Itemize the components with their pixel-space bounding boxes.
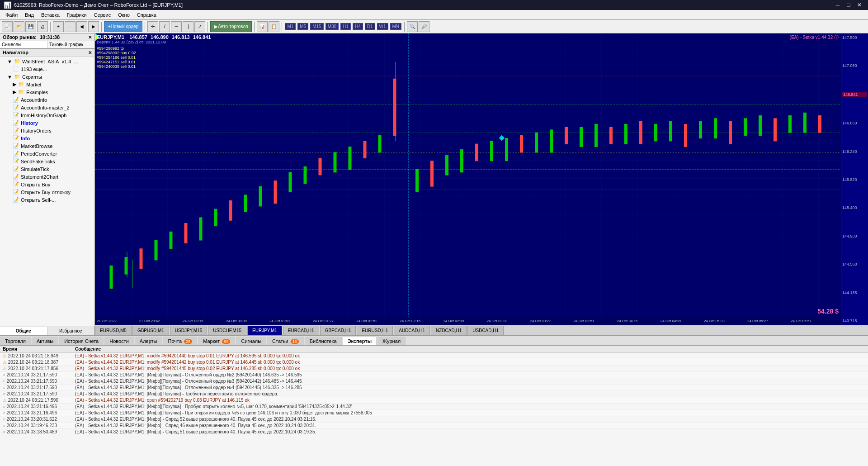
chart-tab-usdchfm15[interactable]: USDCHF,M15 bbox=[208, 326, 246, 335]
tf-m1[interactable]: M1 bbox=[285, 23, 296, 30]
tf-h4[interactable]: H4 bbox=[353, 23, 363, 30]
bottom-tab-articles[interactable]: Статьи 16 bbox=[267, 337, 304, 345]
toolbar-new-chart[interactable]: 📈 bbox=[2, 21, 13, 32]
tree-item-info[interactable]: 📝 Info bbox=[0, 134, 94, 142]
tree-item-accountinfo[interactable]: 📝 AccountInfo bbox=[0, 96, 94, 104]
tree-item-wallstreet[interactable]: ▼ 📁 WallStreet_ASIA_v1.4_... bbox=[0, 57, 94, 65]
tab-general[interactable]: Общие bbox=[0, 327, 47, 335]
bottom-tab-alerts[interactable]: Алерты bbox=[135, 337, 162, 345]
menu-insert[interactable]: Вставка bbox=[38, 11, 63, 19]
bottom-tab-trading[interactable]: Торговля bbox=[0, 337, 31, 345]
navigator-close[interactable]: ✕ bbox=[88, 50, 92, 55]
svg-rect-8 bbox=[110, 266, 113, 288]
chart-tab-gbpusdm1[interactable]: GBPUSD,M1 bbox=[132, 326, 169, 335]
toolbar-hline[interactable]: ─ bbox=[171, 21, 182, 32]
bottom-tab-mail[interactable]: Почта 28 bbox=[163, 337, 198, 345]
market-overview-close[interactable]: ✕ bbox=[88, 35, 92, 40]
tf-w1[interactable]: W1 bbox=[377, 23, 388, 30]
chart-version: Версия 1.44.32 (2392) от: 2021.12.09 bbox=[97, 40, 211, 44]
time-label-14: 24 Oct 05:03 bbox=[704, 319, 725, 323]
menu-service[interactable]: Сервис bbox=[90, 11, 115, 19]
menu-charts[interactable]: Графики bbox=[63, 11, 90, 19]
chart-tab-audcadh1[interactable]: AUDCAD,H1 bbox=[394, 326, 430, 335]
bottom-tab-library[interactable]: Библиотека bbox=[305, 337, 342, 345]
bottom-tab-history[interactable]: История Счета bbox=[59, 337, 104, 345]
tree-item-statement2chart[interactable]: 📝 Statement2Chart bbox=[0, 173, 94, 181]
tree-label-examples: Examples bbox=[26, 90, 48, 95]
menu-window[interactable]: Окно bbox=[114, 11, 133, 19]
chart-tab-eurcadh1[interactable]: EURCAD,H1 bbox=[283, 326, 319, 335]
chart-tab-eurjpym1[interactable]: EURJPY,M1 bbox=[247, 326, 282, 335]
tab-tick-chart[interactable]: Тиковый график bbox=[47, 41, 94, 48]
tree-item-historyorders[interactable]: 📝 HistoryOrders bbox=[0, 127, 94, 134]
menu-help[interactable]: Справка bbox=[133, 11, 160, 19]
chart-area[interactable]: EURJPY,M1 146.857 146.890 146.813 146.84… bbox=[95, 33, 868, 325]
toolbar-crosshair[interactable]: ✛ bbox=[147, 21, 158, 32]
tree-item-periodconverter[interactable]: 📝 PeriodConverter bbox=[0, 150, 94, 157]
bottom-tab-signals[interactable]: Сигналы bbox=[236, 337, 266, 345]
chart-tab-usdjpym15[interactable]: USDJPY,M15 bbox=[170, 326, 207, 335]
chart-tab-gbpcadh1[interactable]: GBPCAD,H1 bbox=[320, 326, 356, 335]
bottom-tab-market[interactable]: Маркет 99 bbox=[198, 337, 235, 345]
toolbar-vline[interactable]: | bbox=[183, 21, 193, 32]
tree-item-simulatetick[interactable]: 📝 SimulateTick bbox=[0, 165, 94, 173]
tf-d1[interactable]: D1 bbox=[365, 23, 375, 30]
tf-m15[interactable]: M15 bbox=[310, 23, 323, 30]
close-button[interactable]: ✕ bbox=[854, 1, 864, 9]
toolbar-open[interactable]: 📂 bbox=[14, 21, 24, 32]
tf-m5[interactable]: M5 bbox=[297, 23, 308, 30]
tree-item-accountinfo-master[interactable]: 📝 AccountInfo-master_2 bbox=[0, 104, 94, 111]
tree-item-buy[interactable]: 📝 Открыть Buy bbox=[0, 181, 94, 188]
chart-tab-eurusdh1[interactable]: EURUSD,H1 bbox=[357, 326, 393, 335]
ea-overlay: (EA) - Setka v1.44.32 ⓘ bbox=[790, 34, 839, 41]
toolbar-save[interactable]: 💾 bbox=[25, 21, 36, 32]
tree-item-history[interactable]: 📝 History bbox=[0, 119, 94, 127]
log-message: (EA) - Setka v1.44.32 EURJPY,M1: [Инфо][… bbox=[72, 385, 868, 391]
chart-tab-nzdcadh1[interactable]: NZDCAD,H1 bbox=[431, 326, 467, 335]
minimize-button[interactable]: ─ bbox=[833, 1, 843, 9]
menu-view[interactable]: Вид bbox=[21, 11, 38, 19]
chart-tab-usdcadh1[interactable]: USDCAD,H1 bbox=[467, 326, 504, 335]
tree-item-fromhistory[interactable]: 📝 fromHistoryOnGraph bbox=[0, 111, 94, 119]
chart-container: EURJPY,M1 146.857 146.890 146.813 146.84… bbox=[95, 33, 868, 335]
toolbar-zoom-chart[interactable]: 🔍 bbox=[407, 21, 418, 32]
bottom-tab-experts[interactable]: Эксперты bbox=[343, 337, 377, 345]
bottom-tab-news[interactable]: Новости bbox=[104, 337, 134, 345]
tab-symbols[interactable]: Символы bbox=[0, 41, 47, 48]
bottom-tab-journal[interactable]: Журнал bbox=[377, 337, 406, 345]
script-icon-historyorders: 📝 bbox=[13, 128, 19, 133]
toolbar-templates[interactable]: 📋 bbox=[269, 21, 279, 32]
new-order-button[interactable]: + Новый ордер bbox=[104, 21, 142, 32]
toolbar-zoom-out[interactable]: - bbox=[65, 21, 75, 32]
toolbar-zoom-in[interactable]: + bbox=[53, 21, 64, 32]
toolbar-line[interactable]: / bbox=[159, 21, 170, 32]
svg-rect-36 bbox=[491, 141, 493, 161]
tab-favorites[interactable]: Избранное bbox=[47, 327, 95, 335]
toolbar-search[interactable]: 🔎 bbox=[419, 21, 429, 32]
log-row: ○ 2022.10.24 03:18:50.469(EA) - Setka v1… bbox=[0, 429, 868, 435]
chart-tab-eurusdm5[interactable]: EURUSD,M5 bbox=[95, 326, 132, 335]
toolbar-forward[interactable]: ▶ bbox=[88, 21, 99, 32]
menu-file[interactable]: Файл bbox=[2, 11, 21, 19]
tree-toggle-examples: ▶ bbox=[13, 89, 16, 95]
toolbar-arrow[interactable]: ↗ bbox=[194, 21, 205, 32]
tree-item-marketbrowse[interactable]: 📝 MarketBrowse bbox=[0, 142, 94, 150]
tree-item-1193[interactable]: 📄 1193 еще... bbox=[0, 65, 94, 73]
tf-h1[interactable]: H1 bbox=[340, 23, 351, 30]
tree-item-sell[interactable]: 📝 Открыть Sell-... bbox=[0, 196, 94, 204]
tree-item-examples[interactable]: ▶ 📁 Examples bbox=[0, 88, 94, 96]
info-icon: ○ bbox=[3, 423, 7, 428]
toolbar-back[interactable]: ◀ bbox=[76, 21, 87, 32]
maximize-button[interactable]: □ bbox=[844, 1, 854, 9]
tf-mn[interactable]: MN bbox=[390, 23, 402, 30]
tree-item-scripts[interactable]: ▼ 📁 Скрипты bbox=[0, 73, 94, 81]
tree-item-market[interactable]: ▶ 📁 Market bbox=[0, 81, 94, 88]
tree-item-sendfaketicks[interactable]: 📝 SendFakeTicks bbox=[0, 157, 94, 165]
tf-m30[interactable]: M30 bbox=[326, 23, 339, 30]
toolbar-indicators[interactable]: 📊 bbox=[257, 21, 268, 32]
time-label-10: 24 Oct 03:27 bbox=[530, 319, 551, 323]
auto-trade-button[interactable]: ▶ Авто-торговля bbox=[210, 21, 252, 32]
tree-item-buy-deferred[interactable]: 📝 Открыть Buy-отложку bbox=[0, 188, 94, 196]
toolbar-print[interactable]: 🖨 bbox=[37, 21, 48, 32]
bottom-tab-assets[interactable]: Активы bbox=[32, 337, 58, 345]
